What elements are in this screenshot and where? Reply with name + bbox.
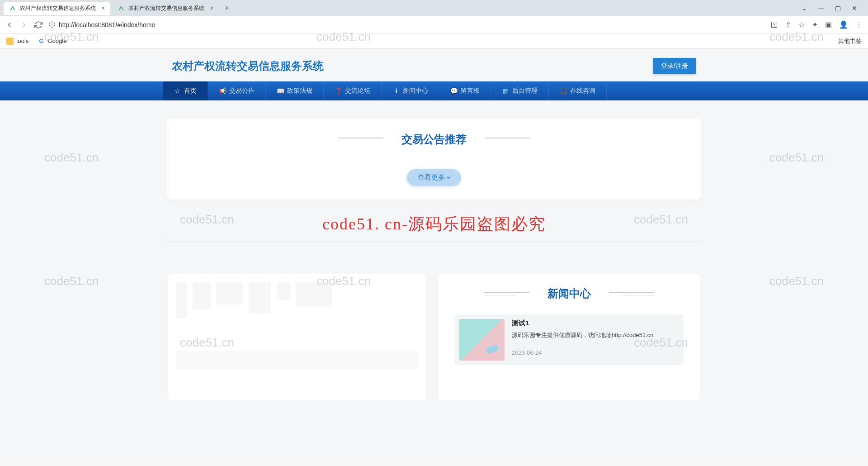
decor-lines [338, 138, 383, 141]
main-nav: ☆首页📢交易公告📖政策法规❓交流论坛ℹ新闻中心💬留言板▦后台管理🎧在线咨询 [0, 81, 868, 100]
folder-icon [6, 38, 14, 45]
star-icon: ☆ [174, 87, 181, 95]
bookmarks-bar: tools G Google 其他书签 [0, 33, 868, 49]
site-title: 农村产权流转交易信息服务系统 [172, 59, 324, 73]
nav-item-0[interactable]: ☆首页 [163, 81, 208, 100]
left-panel [168, 274, 426, 400]
tab-bar: 农村产权流转交易信息服务系统 × 农村产权流转交易信息服务系统 × + ⌄ — … [0, 0, 868, 16]
address-bar: ⓘ http://localhost:8081/#/index/home ⚿ ⇪… [0, 16, 868, 33]
url-text: http://localhost:8081/#/index/home [59, 21, 155, 29]
extension-icon[interactable]: ✦ [812, 20, 818, 29]
news-thumbnail [459, 319, 505, 361]
close-icon[interactable]: × [210, 5, 213, 12]
decor-lines [609, 292, 654, 295]
decor-lines [485, 138, 530, 141]
nav-item-3[interactable]: ❓交流论坛 [324, 81, 382, 100]
message-icon: 💬 [450, 87, 458, 95]
nav-item-5[interactable]: 💬留言板 [439, 81, 491, 100]
vue-favicon-icon [9, 5, 16, 12]
nav-label: 交易公告 [229, 87, 255, 95]
menu-icon[interactable]: ⋮ [855, 20, 863, 29]
forward-button[interactable] [20, 21, 28, 29]
bookmark-tools[interactable]: tools [6, 38, 28, 45]
nav-item-1[interactable]: 📢交易公告 [208, 81, 266, 100]
more-label: 查看更多 [418, 173, 445, 181]
bookmark-google[interactable]: G Google [38, 38, 66, 45]
key-icon[interactable]: ⚿ [771, 21, 778, 29]
tab-title: 农村产权流转交易信息服务系统 [20, 5, 96, 12]
info-icon: ℹ [392, 87, 400, 95]
page-body: code51.cn code51.cn code51.cn code51.cn … [0, 49, 868, 465]
news-item[interactable]: 测试1 源码乐园专注提供优质源码，访问地址http://code51.cn 20… [455, 314, 684, 365]
login-register-button[interactable]: 登录/注册 [653, 58, 696, 74]
close-icon[interactable]: × [101, 5, 105, 12]
site-header: 农村产权流转交易信息服务系统 登录/注册 [163, 49, 705, 81]
headset-icon: 🎧 [560, 87, 567, 95]
bookmark-label: Google [47, 38, 66, 44]
nav-label: 首页 [184, 87, 197, 95]
chevron-down-icon[interactable]: ⌄ [802, 5, 807, 12]
vue-favicon-icon [118, 5, 125, 12]
bookmark-label: tools [16, 38, 28, 44]
other-bookmarks-label: 其他书签 [838, 37, 862, 45]
news-panel: 新闻中心 测试1 源码乐园专注提供优质源码，访问地址http://code51.… [439, 274, 700, 400]
other-bookmarks[interactable]: 其他书签 [835, 37, 862, 45]
minimize-icon[interactable]: — [818, 5, 824, 12]
profile-icon[interactable]: 👤 [839, 20, 848, 29]
nav-label: 交流论坛 [345, 87, 370, 95]
browser-tab[interactable]: 农村产权流转交易信息服务系统 × [4, 2, 110, 15]
close-window-icon[interactable]: ✕ [852, 5, 857, 12]
section-title: 新闻中心 [547, 286, 591, 301]
book-icon: 📖 [277, 87, 284, 95]
nav-item-2[interactable]: 📖政策法规 [266, 81, 324, 100]
section-title: 交易公告推荐 [401, 132, 467, 147]
nav-item-7[interactable]: 🎧在线咨询 [549, 81, 607, 100]
megaphone-icon: 📢 [219, 87, 226, 95]
maximize-icon[interactable]: ▢ [835, 5, 841, 12]
grid-icon: ▦ [502, 87, 509, 95]
nav-label: 在线咨询 [570, 87, 595, 95]
double-arrow-icon: » [447, 173, 450, 181]
new-tab-button[interactable]: + [221, 2, 233, 15]
news-date: 2023-06-24 [512, 349, 679, 356]
nav-label: 政策法规 [287, 87, 312, 95]
view-more-button[interactable]: 查看更多 » [407, 169, 462, 186]
big-watermark: code51. cn-源码乐园盗图必究 [0, 213, 868, 235]
share-icon[interactable]: ⇪ [785, 20, 791, 29]
google-icon: G [38, 38, 45, 45]
nav-label: 后台管理 [512, 87, 538, 95]
divider [167, 242, 701, 242]
tab-title: 农村产权流转交易信息服务系统 [128, 5, 204, 12]
nav-item-6[interactable]: ▦后台管理 [491, 81, 549, 100]
decor-lines [484, 292, 529, 295]
window-controls: ⌄ — ▢ ✕ [794, 5, 864, 12]
back-button[interactable] [5, 21, 14, 29]
nav-label: 留言板 [461, 87, 480, 95]
announcements-card: 交易公告推荐 查看更多 » [167, 119, 701, 200]
url-input[interactable]: ⓘ http://localhost:8081/#/index/home [49, 21, 764, 29]
question-icon: ❓ [335, 87, 342, 95]
star-icon[interactable]: ☆ [798, 20, 805, 29]
news-desc: 源码乐园专注提供优质源码，访问地址http://code51.cn [512, 331, 679, 339]
reload-button[interactable] [34, 21, 42, 29]
site-info-icon[interactable]: ⓘ [49, 21, 55, 29]
browser-chrome: 农村产权流转交易信息服务系统 × 农村产权流转交易信息服务系统 × + ⌄ — … [0, 0, 868, 49]
news-title: 测试1 [512, 319, 679, 328]
nav-item-4[interactable]: ℹ新闻中心 [382, 81, 439, 100]
browser-tab[interactable]: 农村产权流转交易信息服务系统 × [112, 2, 219, 15]
nav-label: 新闻中心 [403, 87, 428, 95]
side-panel-icon[interactable]: ▣ [825, 20, 832, 29]
